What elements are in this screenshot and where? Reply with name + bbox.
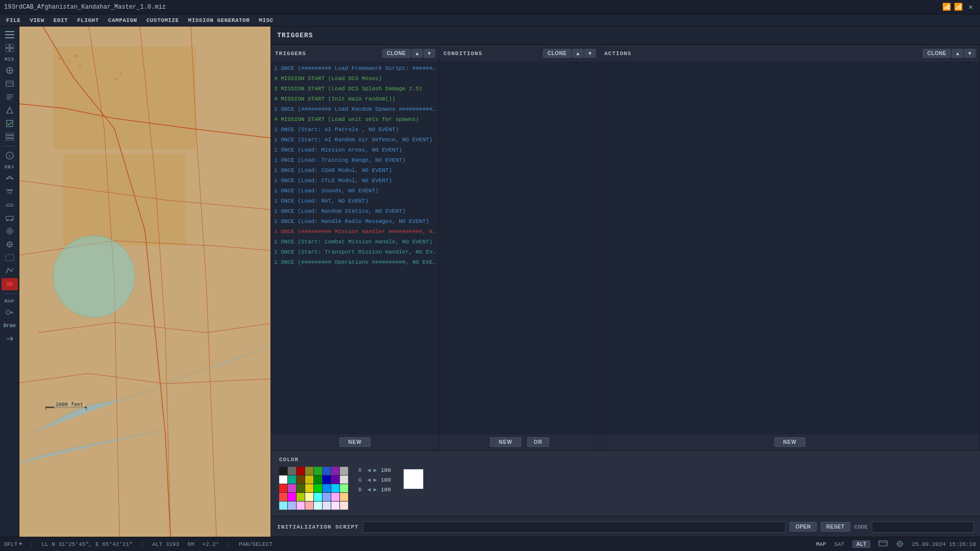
- menu-file[interactable]: FILE: [2, 16, 24, 24]
- color-cell-31[interactable]: [340, 493, 348, 501]
- color-cell-7[interactable]: [340, 467, 348, 475]
- trigger-item-9[interactable]: 1 ONCE (Load: Training Range, NO EVENT): [271, 155, 439, 165]
- menu-edit[interactable]: EDIT: [50, 16, 72, 24]
- status-icon2[interactable]: [896, 540, 904, 548]
- conditions-up-button[interactable]: ▲: [572, 49, 583, 58]
- color-cell-27[interactable]: [305, 493, 313, 501]
- trigger-item-13[interactable]: 1 ONCE (Load: RAT, NO EVENT): [271, 196, 439, 206]
- actions-up-button[interactable]: ▲: [952, 49, 963, 58]
- conditions-clone-button[interactable]: CLONE: [543, 49, 572, 58]
- color-cell-9[interactable]: [288, 475, 296, 484]
- open-button[interactable]: OPEN: [790, 522, 816, 532]
- trigger-item-4[interactable]: 1 ONCE (######### Load Random Spawns ###…: [271, 104, 439, 114]
- color-cell-15[interactable]: [340, 475, 348, 484]
- sidebar-key[interactable]: [2, 306, 18, 318]
- color-cell-25[interactable]: [288, 493, 296, 501]
- trigger-item-11[interactable]: 1 ONCE (Load: CTLD Modul, NO EVENT): [271, 176, 439, 186]
- color-cell-19[interactable]: [305, 484, 313, 492]
- sidebar-red-marker[interactable]: [2, 278, 18, 290]
- color-cell-5[interactable]: [323, 467, 331, 475]
- close-button[interactable]: ✕: [966, 3, 976, 11]
- color-cell-32[interactable]: [279, 502, 287, 510]
- color-cell-22[interactable]: [331, 484, 339, 492]
- sidebar-draw[interactable]: Draw: [2, 319, 18, 332]
- script-input[interactable]: [363, 521, 786, 533]
- sidebar-mis-1[interactable]: [2, 64, 18, 77]
- status-mode[interactable]: DFLT ▼: [4, 541, 22, 547]
- menu-customize[interactable]: CUSTOMIZE: [142, 16, 183, 24]
- color-cell-6[interactable]: [331, 467, 339, 475]
- triggers-list[interactable]: 1 ONCE (######### Load Framework Script:…: [271, 62, 439, 434]
- color-cell-20[interactable]: [314, 484, 322, 492]
- sidebar-btn-1[interactable]: [2, 29, 18, 41]
- color-cell-33[interactable]: [288, 502, 296, 510]
- sidebar-checkbox[interactable]: [2, 117, 18, 130]
- r-inc[interactable]: ▶: [373, 467, 378, 473]
- color-cell-4[interactable]: [314, 467, 322, 475]
- conditions-down-button[interactable]: ▼: [584, 49, 596, 58]
- color-cell-21[interactable]: [323, 484, 331, 492]
- sidebar-waypoint[interactable]: [2, 238, 18, 251]
- menu-flight[interactable]: FLIGHT: [73, 16, 103, 24]
- sidebar-zone[interactable]: [2, 252, 18, 264]
- color-cell-29[interactable]: [323, 493, 331, 501]
- color-cell-2[interactable]: [297, 467, 305, 475]
- color-cell-12[interactable]: [314, 475, 322, 484]
- reset-button[interactable]: RESET: [821, 522, 850, 532]
- color-cell-38[interactable]: [331, 502, 339, 510]
- trigger-item-14[interactable]: 1 ONCE (Load: Random Statics, NO EVENT): [271, 206, 439, 216]
- status-map[interactable]: MAP: [816, 541, 826, 547]
- color-cell-18[interactable]: [297, 484, 305, 492]
- menu-campaign[interactable]: CAMPAIGN: [104, 16, 141, 24]
- color-cell-26[interactable]: [297, 493, 305, 501]
- status-icon1[interactable]: [878, 540, 888, 548]
- menu-view[interactable]: VIEW: [26, 16, 48, 24]
- sidebar-mis-2[interactable]: [2, 78, 18, 90]
- trigger-item-19[interactable]: 1 ONCE (######### Operations ##########,…: [271, 257, 439, 267]
- conditions-or-button[interactable]: OR: [527, 437, 549, 447]
- trigger-item-0[interactable]: 1 ONCE (######### Load Framework Script:…: [271, 63, 439, 73]
- trigger-item-12[interactable]: 1 ONCE (Load: Sounds, NO EVENT): [271, 186, 439, 196]
- color-cell-35[interactable]: [305, 502, 313, 510]
- sidebar-route[interactable]: [2, 265, 18, 277]
- trigger-item-16[interactable]: 1 ONCE (######### Mission Handler ######…: [271, 227, 439, 237]
- code-input[interactable]: [872, 521, 974, 533]
- b-inc[interactable]: ▶: [373, 486, 378, 493]
- trigger-item-17[interactable]: 1 ONCE (Start: Combat Mission Handle, NO…: [271, 237, 439, 247]
- sidebar-plane[interactable]: [2, 172, 18, 184]
- color-cell-30[interactable]: [331, 493, 339, 501]
- color-cell-11[interactable]: [305, 475, 313, 484]
- sidebar-info[interactable]: i: [2, 149, 18, 162]
- b-dec[interactable]: ◀: [366, 486, 372, 493]
- map-area[interactable]: 2000 feet: [19, 27, 271, 537]
- sidebar-btn-grid[interactable]: [2, 42, 18, 54]
- sidebar-truck[interactable]: [2, 212, 18, 224]
- color-cell-10[interactable]: [297, 475, 305, 484]
- sidebar-mis-4[interactable]: [2, 104, 18, 116]
- triggers-clone-button[interactable]: CLONE: [382, 49, 411, 58]
- color-cell-8[interactable]: [279, 475, 287, 484]
- g-inc[interactable]: ▶: [373, 477, 378, 483]
- actions-new-button[interactable]: NEW: [774, 437, 805, 447]
- trigger-item-10[interactable]: 1 ONCE (Load: CSAR Modul, NO EVENT): [271, 165, 439, 176]
- actions-down-button[interactable]: ▼: [964, 49, 975, 58]
- trigger-item-5[interactable]: 4 MISSION START (Load unit sets for spaw…: [271, 114, 439, 124]
- color-cell-13[interactable]: [323, 475, 331, 484]
- sidebar-target[interactable]: [2, 225, 18, 237]
- triggers-up-button[interactable]: ▲: [411, 49, 423, 58]
- menu-mission-generator[interactable]: MISSION GENERATOR: [184, 16, 254, 24]
- trigger-item-6[interactable]: 1 ONCE (Start: AI Patrols , NO EVENT): [271, 124, 439, 135]
- color-cell-28[interactable]: [314, 493, 322, 501]
- actions-clone-button[interactable]: CLONE: [923, 49, 951, 58]
- g-dec[interactable]: ◀: [366, 477, 372, 483]
- color-cell-3[interactable]: [305, 467, 313, 475]
- sidebar-mis-3[interactable]: [2, 91, 18, 103]
- color-cell-37[interactable]: [323, 502, 331, 510]
- trigger-item-8[interactable]: 1 ONCE (Load: Mission Areas, NO EVENT): [271, 145, 439, 155]
- sidebar-grid2[interactable]: [2, 131, 18, 143]
- trigger-item-2[interactable]: 3 MISSION START (Load DCS Splash Damage …: [271, 84, 439, 94]
- trigger-item-3[interactable]: 4 MISSION START (Init main random()): [271, 94, 439, 104]
- sidebar-ship[interactable]: [2, 198, 18, 211]
- color-cell-1[interactable]: [288, 467, 296, 475]
- triggers-down-button[interactable]: ▼: [424, 49, 435, 58]
